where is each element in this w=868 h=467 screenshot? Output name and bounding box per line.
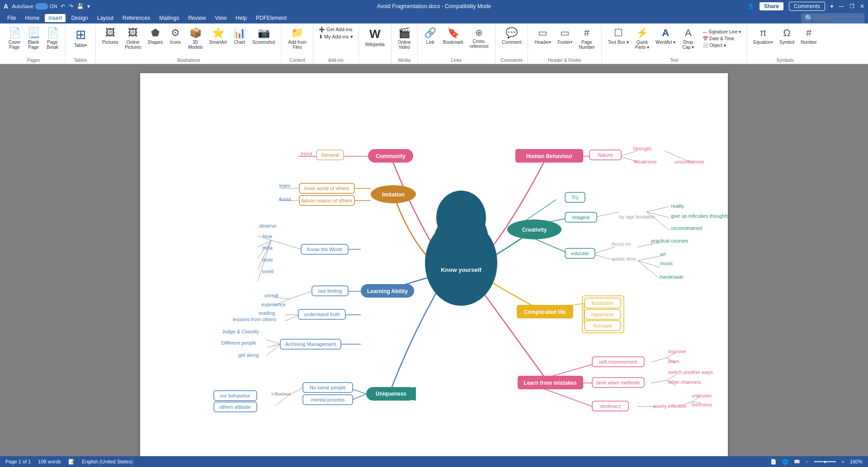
redo-icon[interactable]: ↷ xyxy=(69,3,73,9)
quick-parts-button[interactable]: ⚡ QuickParts ▾ xyxy=(632,26,652,51)
cross-reference-button[interactable]: ⊕ Cross-reference xyxy=(467,26,491,50)
zoom-in-icon[interactable]: + xyxy=(841,459,844,464)
pictures-button[interactable]: 🖼 Pictures xyxy=(99,26,121,46)
zoom-slider[interactable]: ━━━●━━━ xyxy=(814,459,836,465)
ribbon-group-illustrations: 🖼 Pictures 🖼 OnlinePictures ⬟ Shapes ⚙ I… xyxy=(96,25,282,64)
comments-buttons: 💬 Comment xyxy=(499,26,524,58)
table-button[interactable]: ⊞ Table ▾ xyxy=(69,26,92,49)
add-from-files-button[interactable]: 📁 Add fromFiles xyxy=(285,26,309,51)
ribbon-display-button[interactable]: ▾ xyxy=(830,3,833,9)
menu-layout[interactable]: Layout xyxy=(94,14,117,22)
svg-line-40 xyxy=(592,247,615,254)
svg-line-50 xyxy=(651,358,667,362)
svg-line-30 xyxy=(619,151,637,156)
link-button[interactable]: 🔗 Link xyxy=(421,26,439,46)
date-time-button[interactable]: 📅 Date & Time xyxy=(701,36,743,42)
signature-line-button[interactable]: — Signature Line ▾ xyxy=(701,29,743,35)
online-pictures-button[interactable]: 🖼 OnlinePictures xyxy=(122,26,144,51)
title-bar-left: A AutoSave ON ↶ ↷ 💾 ▾ xyxy=(4,3,90,10)
obstinacy-label: obstinacy xyxy=(600,403,621,409)
table-icon: ⊞ xyxy=(75,27,86,42)
view-print-icon[interactable]: 📄 xyxy=(770,459,777,465)
learning-ability-node: Learning Ability xyxy=(367,288,408,294)
no-same-people-label: No same people xyxy=(310,385,346,390)
text-box-button[interactable]: ☐ Text Box ▾ xyxy=(605,26,632,46)
menu-home[interactable]: Home xyxy=(21,14,43,22)
document-area[interactable]: Know yourself Community trend General Im… xyxy=(0,64,868,456)
bookmark-button[interactable]: 🔖 Bookmark xyxy=(440,26,466,46)
content-buttons: 📁 Add fromFiles xyxy=(285,26,309,58)
weakness-label: Weakness xyxy=(633,159,657,164)
focus-on-label: focus on xyxy=(612,241,631,247)
improve-label: improve xyxy=(668,349,686,354)
zoom-out-icon[interactable]: − xyxy=(806,459,808,464)
drop-cap-button[interactable]: A DropCap ▾ xyxy=(679,26,697,51)
object-button[interactable]: ⬜ Object ▾ xyxy=(701,42,743,48)
drop-cap-icon: A xyxy=(685,27,692,39)
cover-page-button[interactable]: 📄 CoverPage xyxy=(5,26,24,51)
menu-references[interactable]: References xyxy=(119,14,154,22)
search-box[interactable]: 🔍 xyxy=(801,13,864,23)
screenshot-button[interactable]: 📷 Screenshot xyxy=(250,26,278,46)
judge-label: Judge & Classify xyxy=(222,329,259,334)
menu-help[interactable]: Help xyxy=(232,14,250,22)
unconstrained-label: unconstrained xyxy=(671,225,702,231)
customize-icon[interactable]: ▾ xyxy=(87,3,90,9)
menu-view[interactable]: View xyxy=(212,14,231,22)
wikipedia-button[interactable]: W Wikipedia xyxy=(363,26,387,48)
footer-button[interactable]: ▭ Footer ▾ xyxy=(555,26,575,46)
comment-button[interactable]: 💬 Comment xyxy=(499,26,524,46)
close-button[interactable]: ✕ xyxy=(860,3,864,9)
unreal-label: unreal xyxy=(264,293,278,298)
comments-button[interactable]: Comments xyxy=(789,2,825,11)
other-channels-label: other channels xyxy=(668,379,701,385)
wordart-button[interactable]: A WordArt ▾ xyxy=(653,26,678,46)
page-break-button[interactable]: 📄 PageBreak xyxy=(43,26,61,51)
undo-icon[interactable]: ↶ xyxy=(61,3,65,9)
hear-label: hear xyxy=(263,234,273,239)
word-count: 108 words xyxy=(38,459,61,464)
restore-button[interactable]: ❐ xyxy=(849,3,854,9)
view-read-icon[interactable]: 📖 xyxy=(794,459,800,465)
page-number-button[interactable]: # PageNumber xyxy=(576,26,598,51)
ribbon-group-content: 📁 Add fromFiles Content xyxy=(282,25,313,64)
equation-button[interactable]: π Equation ▾ xyxy=(750,26,775,46)
educate-label: educate xyxy=(571,251,589,256)
shapes-button[interactable]: ⬟ Shapes xyxy=(145,26,165,46)
menu-file[interactable]: File xyxy=(4,14,19,22)
chart-icon: 📊 xyxy=(233,27,245,39)
blank-page-button[interactable]: 📃 BlankPage xyxy=(24,26,42,51)
online-video-button[interactable]: 🎬 OnlineVideo xyxy=(395,26,414,51)
reading-label: reading xyxy=(259,310,275,316)
lessons-label: lessons from others xyxy=(233,317,276,322)
menu-insert[interactable]: Insert xyxy=(45,14,66,22)
menu-mailings[interactable]: Mailings xyxy=(156,14,183,22)
menu-design[interactable]: Design xyxy=(67,14,91,22)
get-addins-button[interactable]: ➕ Get Add-ins xyxy=(317,26,355,33)
zoom-level: 160% xyxy=(850,459,863,464)
symbol-button[interactable]: Ω Symbol xyxy=(777,26,797,46)
my-addins-button[interactable]: ⬇ My Add-ins ▾ xyxy=(317,33,355,40)
view-web-icon[interactable]: 🌐 xyxy=(782,459,788,465)
archiving-label: Archiving Management xyxy=(285,341,336,347)
menu-review[interactable]: Review xyxy=(184,14,209,22)
menu-pdfelement[interactable]: PDFElement xyxy=(252,14,290,22)
header-button[interactable]: ▭ Header ▾ xyxy=(532,26,554,46)
link-icon: 🔗 xyxy=(424,27,436,39)
online-pictures-icon: 🖼 xyxy=(128,27,138,39)
ribbon-group-addins: ➕ Get Add-ins ⬇ My Add-ins ▾ Add-ins xyxy=(313,25,359,64)
icons-button[interactable]: ⚙ Icons xyxy=(166,26,184,46)
by-age-label: by age limitation xyxy=(619,214,656,219)
smartart-button[interactable]: ⭐ SmartArt xyxy=(206,26,229,46)
minimize-button[interactable]: — xyxy=(839,3,844,9)
user-account[interactable]: 👤 xyxy=(747,3,754,9)
autosave-toggle[interactable] xyxy=(35,3,48,9)
number-button[interactable]: # Number xyxy=(798,26,820,46)
3d-models-button[interactable]: 📦 3DModels xyxy=(185,26,205,51)
save-icon[interactable]: 💾 xyxy=(77,3,84,9)
symbols-buttons: π Equation ▾ Ω Symbol # Number xyxy=(750,26,819,58)
chart-button[interactable]: 📊 Chart xyxy=(231,26,249,46)
share-button[interactable]: Share xyxy=(760,2,783,10)
language-icon: 📝 xyxy=(68,459,75,465)
search-input[interactable] xyxy=(816,15,861,21)
